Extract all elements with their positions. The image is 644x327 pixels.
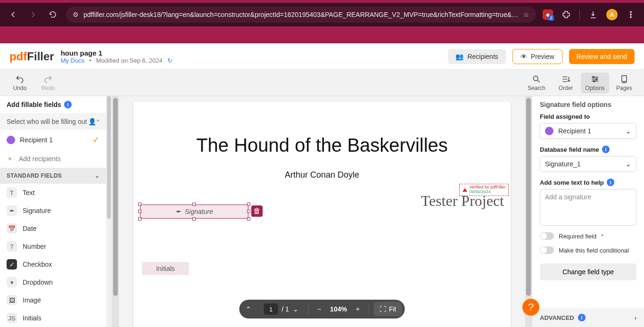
resize-handle[interactable]	[247, 217, 250, 221]
dropdown-icon: ▾	[7, 277, 17, 287]
chevron-right-icon: ›	[635, 314, 636, 321]
svg-point-5	[596, 78, 597, 80]
nav-reload-button[interactable]	[46, 8, 59, 21]
add-fillable-header: Add fillable fields i	[0, 96, 106, 113]
page-number-input[interactable]	[264, 303, 278, 315]
initials-icon: JS	[7, 313, 17, 323]
extension-badge[interactable]: ◆2	[543, 9, 553, 20]
field-dropdown[interactable]: ▾Dropdown	[0, 273, 106, 291]
undo-button[interactable]: Undo	[6, 74, 34, 91]
info-icon[interactable]: i	[602, 146, 610, 153]
chrome-menu-icon[interactable]	[624, 8, 637, 21]
doc-title: houn page 1	[61, 49, 442, 57]
chevron-down-icon: ⌄	[626, 127, 631, 135]
text-icon: T	[7, 188, 17, 198]
order-button[interactable]: Order	[552, 74, 580, 91]
bookmark-star-icon[interactable]: ☆	[523, 11, 529, 18]
svg-point-6	[594, 80, 595, 82]
recipients-button[interactable]: 👥 Recipients	[448, 49, 505, 64]
conditional-toggle[interactable]	[540, 246, 554, 254]
zoom-in-button[interactable]: ＋	[352, 303, 364, 315]
help-text-input[interactable]: Add a signature	[540, 189, 636, 226]
delete-field-button[interactable]: 🗑	[251, 205, 263, 217]
existing-signature[interactable]: Tester Project	[421, 192, 504, 210]
recipient-avatar-icon	[7, 136, 15, 144]
add-recipients-button[interactable]: ＋ Add recipients	[0, 150, 106, 168]
fit-button[interactable]: ⛶ Fit	[374, 302, 402, 316]
right-panel: Signature field options Field assigned t…	[532, 96, 644, 327]
zoom-out-button[interactable]: −	[313, 303, 325, 315]
help-fab[interactable]: ?	[522, 299, 539, 316]
assigned-select[interactable]: Recipient 1 ⌄	[540, 123, 636, 139]
plus-icon: ＋	[7, 155, 13, 163]
zoom-value: 104%	[330, 305, 347, 313]
page-controls: ⌃ / 1 ⌄ − 104% ＋ ⛶ Fit	[239, 300, 405, 319]
downloads-icon[interactable]	[586, 8, 600, 21]
nav-forward-button[interactable]	[26, 8, 40, 21]
resize-handle[interactable]	[138, 217, 141, 221]
profile-avatar[interactable]: A	[606, 9, 618, 20]
resize-handle[interactable]	[138, 203, 141, 206]
svg-point-1	[630, 14, 631, 15]
resize-handle[interactable]	[138, 210, 141, 213]
initials-field[interactable]: Initials	[142, 262, 189, 275]
calendar-icon: 📅	[7, 223, 17, 234]
app-logo[interactable]: pdfFiller	[9, 50, 54, 63]
select-who-row[interactable]: Select who will be filling out 👤⁺	[0, 113, 106, 130]
info-icon[interactable]: i	[578, 314, 586, 321]
advanced-section[interactable]: ADVANCED i ›	[532, 308, 644, 327]
address-bar[interactable]: ⚙ pdffiller.com/jsfiller-desk18/?lang=en…	[66, 7, 536, 23]
history-icon[interactable]: ↻	[167, 57, 173, 64]
page-total: / 1	[282, 305, 289, 313]
site-settings-icon[interactable]: ⚙	[73, 11, 79, 18]
document-page[interactable]: The Hound of the Baskervilles Arthur Con…	[133, 102, 511, 327]
pages-button[interactable]: Pages	[610, 74, 638, 91]
change-field-type-button[interactable]: Change field type	[540, 263, 636, 280]
info-icon[interactable]: i	[64, 101, 72, 108]
required-toggle[interactable]	[540, 232, 554, 240]
svg-point-3	[533, 76, 538, 81]
canvas-area: The Hound of the Baskervilles Arthur Con…	[112, 96, 532, 327]
field-date[interactable]: 📅Date	[0, 220, 106, 237]
check-icon: ✓	[92, 135, 99, 145]
signature-field-selected[interactable]: ✒ Signature 🗑	[140, 204, 248, 219]
required-toggle-row: Required field*	[540, 232, 636, 240]
canvas-scrollbar-right[interactable]	[525, 96, 532, 327]
browser-toolbar: ⚙ pdffiller.com/jsfiller-desk18/?lang=en…	[0, 3, 644, 26]
doc-info: houn page 1 My Docs • Modified on Sep 6,…	[61, 49, 442, 64]
chrome-separator	[579, 9, 580, 20]
info-icon[interactable]: i	[607, 179, 614, 186]
field-initials[interactable]: JSInitials	[0, 309, 106, 327]
checkbox-icon: ✓	[7, 259, 17, 270]
field-signature[interactable]: ✒Signature	[0, 202, 106, 220]
recipient-row-1[interactable]: Recipient 1 ✓	[0, 130, 106, 150]
people-icon: 👥	[455, 53, 463, 60]
review-send-button[interactable]: Review and send	[569, 49, 635, 64]
options-button[interactable]: Options	[581, 73, 609, 93]
left-scrollbar[interactable]	[106, 96, 112, 327]
field-checkbox[interactable]: ✓Checkbox	[0, 255, 106, 273]
canvas-scrollbar-left[interactable]	[112, 96, 119, 327]
url-text: pdffiller.com/jsfiller-desk18/?lang=en&l…	[83, 11, 519, 18]
resize-handle[interactable]	[192, 217, 196, 221]
svg-rect-7	[622, 75, 627, 82]
field-number[interactable]: 7Number	[0, 237, 106, 255]
search-button[interactable]: Search	[522, 74, 551, 91]
svg-point-2	[630, 16, 631, 17]
my-docs-link[interactable]: My Docs	[61, 57, 85, 64]
resize-handle[interactable]	[192, 203, 196, 206]
resize-handle[interactable]	[247, 210, 250, 213]
conditional-toggle-row: Make this field conditional	[540, 246, 636, 254]
assigned-label: Field assigned to	[540, 113, 636, 120]
chevron-down-icon[interactable]: ⌄	[293, 305, 298, 313]
page-author: Arthur Conan Doyle	[133, 156, 511, 180]
field-text[interactable]: TText	[0, 184, 106, 202]
nav-back-button[interactable]	[7, 8, 20, 21]
resize-handle[interactable]	[247, 203, 250, 206]
field-image[interactable]: 🖼Image	[0, 291, 106, 309]
standard-fields-header[interactable]: STANDARD FIELDS ⌄	[0, 168, 106, 184]
dbname-select[interactable]: Signature_1 ⌄	[540, 156, 636, 172]
preview-button[interactable]: 👁 Preview	[512, 49, 562, 64]
extensions-icon[interactable]	[560, 8, 573, 21]
page-updown-icon[interactable]: ⌃	[242, 303, 255, 315]
